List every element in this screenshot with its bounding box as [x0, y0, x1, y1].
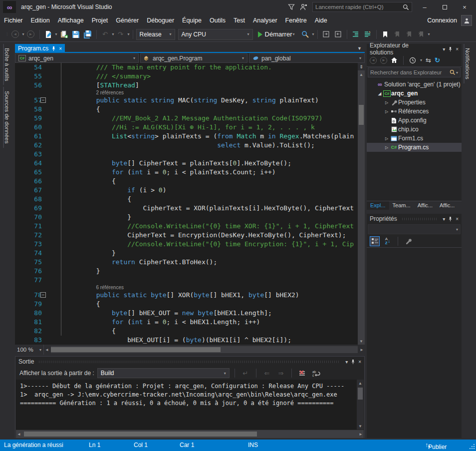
word-wrap-icon[interactable]: abc — [311, 368, 322, 379]
code-line[interactable]: 57− public static string MAC(string DesK… — [15, 96, 358, 105]
panel-splitter[interactable] — [367, 210, 462, 214]
menu-item-test[interactable]: Test — [230, 15, 249, 26]
document-well-dropdown-icon[interactable]: ▼ — [357, 46, 362, 51]
split-window-handle[interactable]: ⇕ — [358, 63, 365, 71]
menu-item-aide[interactable]: Aide — [311, 15, 331, 26]
vertical-scroll-thumb[interactable] — [359, 105, 364, 125]
new-file-dropdown-icon[interactable]: ▾ — [55, 32, 57, 36]
bookmark-overflow-icon[interactable]: ▾ — [428, 32, 430, 36]
platform-select[interactable]: Any CPU▾ — [178, 29, 253, 40]
tree-item-chip-ico[interactable]: chip.ico — [367, 125, 462, 134]
undo-dropdown-icon[interactable]: ▾ — [112, 32, 114, 36]
code-line[interactable]: 72 CipherText = Encryption(DesKey.HexToB… — [15, 231, 358, 240]
collapsed-arrow-icon[interactable]: ▷ — [384, 136, 390, 141]
output-text-area[interactable]: 1>------ Début de la génération : Projet… — [16, 380, 364, 430]
resize-grip[interactable] — [469, 444, 475, 450]
code-line[interactable]: 66 { — [15, 177, 358, 186]
back-icon[interactable]: ◄ — [370, 57, 377, 64]
prev-bookmark-icon[interactable] — [392, 29, 403, 40]
code-line[interactable]: 74 } — [15, 249, 358, 258]
user-avatar-icon[interactable] — [461, 15, 472, 26]
attach-process-icon[interactable] — [300, 29, 311, 40]
properties-header[interactable]: Propriétés ▾ × — [367, 214, 462, 224]
code-line[interactable]: 82 { — [15, 327, 358, 336]
output-vertical-thumb[interactable] — [358, 388, 363, 400]
tree-item-program-cs[interactable]: ▷C#Program.cs — [367, 143, 462, 152]
toolbar-overflow-icon[interactable]: ▾ — [312, 32, 314, 36]
code-line[interactable]: 63 — [15, 150, 358, 159]
scroll-down-icon[interactable]: ▼ — [358, 338, 365, 345]
editor-zoom-select[interactable]: 100 % ▾ — [15, 345, 44, 355]
output-panel-header[interactable]: Sortie ▾ × — [15, 357, 364, 367]
menu-item-affichage[interactable]: Affichage — [54, 15, 88, 26]
scroll-left-icon[interactable]: ◄ — [44, 348, 50, 352]
undo-button[interactable]: ↶ — [100, 29, 111, 40]
configuration-select[interactable]: Release▾ — [136, 29, 175, 40]
home-icon[interactable] — [391, 57, 398, 63]
code-line[interactable]: 59 //EMV_Book_2 A1.2 Message Authenticat… — [15, 114, 358, 123]
scroll-up-icon[interactable]: ▲ — [358, 71, 365, 78]
scroll-down-icon[interactable]: ▼ — [357, 423, 364, 430]
code-line[interactable]: 79 { — [15, 300, 358, 309]
clear-output-icon[interactable] — [297, 368, 308, 379]
properties-object-select[interactable]: ▾ — [368, 224, 461, 234]
menu-item-dboguer[interactable]: Déboguer — [143, 15, 178, 26]
save-button[interactable] — [70, 29, 81, 40]
code-line[interactable]: 77 — [15, 276, 358, 285]
sign-in-link[interactable]: Connexion — [427, 17, 457, 24]
tree-item-app-config[interactable]: App.config — [367, 116, 462, 125]
feedback-person-icon[interactable] — [300, 3, 307, 10]
next-message-icon[interactable]: ⇒ — [275, 368, 286, 379]
tool-tab-1[interactable]: Team... — [389, 201, 414, 210]
tree-item-r-f-rences[interactable]: ▷Références — [367, 107, 462, 116]
add-item-button[interactable] — [58, 29, 69, 40]
code-line[interactable]: 76 } — [15, 267, 358, 276]
minimize-button[interactable]: – — [417, 3, 432, 11]
scroll-right-icon[interactable]: ► — [358, 432, 364, 437]
menu-item-edition[interactable]: Edition — [27, 15, 54, 26]
code-line[interactable]: 78− public static byte[] XOR(byte[] bHEX… — [15, 291, 358, 300]
tree-item-properties[interactable]: ▷Properties — [367, 98, 462, 107]
dock-tab-sources-de-donn-es[interactable]: Sources de données — [3, 87, 10, 148]
tool-tab-0[interactable]: Expl... — [367, 201, 389, 210]
bookmark-icon[interactable] — [380, 29, 391, 40]
goto-message-icon[interactable]: ↵ — [240, 368, 251, 379]
code-line[interactable]: 60 //Hi := ALG(KSL)[Xi ⊕ Hi-1], for i = … — [15, 123, 358, 132]
window-position-icon[interactable]: ▾ — [443, 46, 445, 52]
collapse-region-icon[interactable]: − — [40, 97, 46, 103]
pin-icon[interactable] — [51, 46, 56, 51]
step-over-icon[interactable] — [333, 29, 344, 40]
tree-item-arqc-gen[interactable]: ◢C#arqc_gen — [367, 89, 462, 98]
new-file-button[interactable] — [43, 29, 54, 40]
code-line[interactable]: 61 List<string> plainTexts = (from Match… — [15, 132, 358, 141]
previous-message-icon[interactable]: ⇐ — [261, 368, 272, 379]
type-dropdown[interactable]: arqc_gen.Program ▾ — [140, 53, 247, 63]
window-position-icon[interactable]: ▾ — [345, 359, 348, 365]
maximize-button[interactable] — [437, 3, 452, 11]
code-editor[interactable]: 54 /// The main entry point for the appl… — [15, 63, 365, 345]
dock-tab-notifications[interactable]: Notifications — [464, 44, 471, 83]
code-line[interactable]: 69 CipherText = XOR(plainTexts[i].HexToB… — [15, 204, 358, 213]
code-line[interactable]: 80 byte[] bHEX_OUT = new byte[bHEX1.Leng… — [15, 309, 358, 318]
code-line[interactable]: 75 return CipherText.BToHex(); — [15, 258, 358, 267]
codelens-references[interactable]: 2 références — [65, 90, 124, 96]
code-line[interactable]: 54 /// The main entry point for the appl… — [15, 63, 358, 72]
code-line[interactable]: 62 select m.Value).ToList(); — [15, 141, 358, 150]
menu-item-fentre[interactable]: Fenêtre — [281, 15, 311, 26]
search-options-icon[interactable]: ▾ — [456, 70, 458, 75]
feedback-funnel-icon[interactable] — [288, 3, 295, 10]
horizontal-scroll-thumb[interactable] — [51, 347, 221, 352]
comment-lines-icon[interactable] — [362, 29, 373, 40]
code-line[interactable]: 68 { — [15, 195, 358, 204]
pending-changes-icon[interactable] — [409, 57, 416, 64]
code-line[interactable]: 55 /// </summary> — [15, 72, 358, 81]
menu-item-gnrer[interactable]: Générer — [112, 15, 143, 26]
solution-explorer-header[interactable]: Explorateur de solutions ▾ × — [367, 44, 462, 54]
close-icon[interactable]: × — [456, 216, 459, 222]
indent-lines-icon[interactable] — [350, 29, 361, 40]
clear-bookmarks-icon[interactable] — [416, 29, 427, 40]
code-line[interactable]: 65 for (int i = 0; i < plainTexts.Count;… — [15, 168, 358, 177]
menu-item-outils[interactable]: Outils — [206, 15, 230, 26]
code-line[interactable]: 67 if (i > 0) — [15, 186, 358, 195]
code-line[interactable]: 56 [STAThread] — [15, 81, 358, 90]
